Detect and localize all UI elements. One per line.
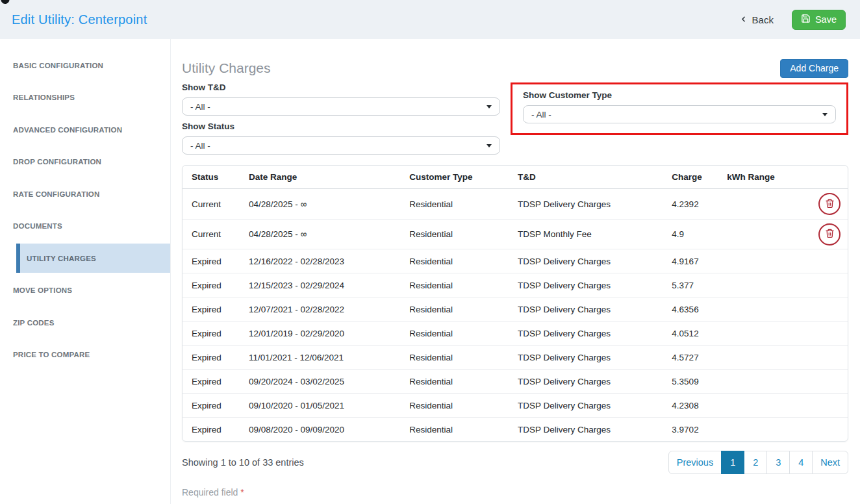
cell-status: Expired: [183, 297, 244, 321]
required-asterisk: *: [240, 487, 244, 498]
cell-actions: [800, 249, 848, 273]
cell-tand: TDSP Delivery Charges: [512, 345, 666, 369]
cell-kwh-range: [722, 249, 800, 273]
show-td-label: Show T&D: [182, 82, 500, 92]
trash-icon: [825, 228, 835, 240]
sidebar-item-rate-configuration[interactable]: RATE CONFIGURATION: [0, 178, 170, 210]
page-button-3[interactable]: 3: [766, 451, 790, 474]
column-header-kwh-range: kWh Range: [722, 166, 800, 189]
cell-actions: [800, 189, 848, 219]
cell-kwh-range: [722, 273, 800, 297]
page-button-4[interactable]: 4: [789, 451, 813, 474]
cell-date-range: 11/01/2021 - 12/06/2021: [244, 345, 404, 369]
cell-actions: [800, 297, 848, 321]
cell-actions: [800, 345, 848, 369]
cell-status: Expired: [183, 417, 244, 441]
table-row: Current04/28/2025 - ∞ResidentialTDSP Del…: [183, 189, 848, 219]
cell-date-range: 09/08/2020 - 09/09/2020: [244, 417, 404, 441]
show-status-label: Show Status: [182, 121, 500, 131]
cell-customer-type: Residential: [404, 189, 512, 219]
cell-charge: 4.9: [666, 219, 722, 249]
trash-icon: [825, 198, 835, 210]
sidebar-item-drop-configuration[interactable]: DROP CONFIGURATION: [0, 146, 170, 179]
cell-charge: 4.0512: [666, 321, 722, 345]
save-icon: [801, 14, 811, 25]
customer-type-highlight-box: Show Customer Type - All -: [511, 82, 848, 135]
show-td-selected-value: - All -: [190, 102, 210, 112]
caret-down-icon: [487, 105, 492, 108]
sidebar-item-basic-configuration[interactable]: BASIC CONFIGURATION: [0, 49, 170, 82]
page-button-2[interactable]: 2: [744, 451, 767, 474]
cell-tand: TDSP Delivery Charges: [512, 417, 666, 441]
required-field-text: Required field: [182, 487, 238, 498]
table-row: Expired11/01/2021 - 12/06/2021Residentia…: [183, 345, 848, 369]
table-row: Expired09/20/2024 - 03/02/2025Residentia…: [183, 369, 848, 393]
cell-tand: TDSP Monthly Fee: [512, 219, 666, 249]
sidebar-item-utility-charges[interactable]: UTILITY CHARGES: [16, 244, 170, 273]
section-title-row: Utility Charges Add Charge: [182, 58, 848, 78]
sidebar-item-advanced-configuration[interactable]: ADVANCED CONFIGURATION: [0, 114, 170, 146]
cell-tand: TDSP Delivery Charges: [512, 393, 666, 417]
sidebar-item-documents[interactable]: DOCUMENTS: [0, 210, 170, 243]
cell-actions: [800, 369, 848, 393]
add-charge-button[interactable]: Add Charge: [780, 59, 848, 78]
show-td-select[interactable]: - All -: [182, 97, 500, 116]
charges-table: StatusDate RangeCustomer TypeT&DChargekW…: [183, 166, 848, 441]
cell-customer-type: Residential: [404, 249, 512, 273]
previous-page-button[interactable]: Previous: [668, 451, 722, 474]
cell-customer-type: Residential: [404, 273, 512, 297]
next-page-button[interactable]: Next: [812, 451, 848, 474]
table-row: Expired09/08/2020 - 09/09/2020Residentia…: [183, 417, 848, 441]
show-customer-type-filter-group: Show Customer Type - All -: [523, 90, 836, 123]
cell-customer-type: Residential: [404, 219, 512, 249]
sidebar-item-price-to-compare[interactable]: PRICE TO COMPARE: [0, 339, 170, 372]
sidebar-item-move-options[interactable]: MOVE OPTIONS: [0, 275, 170, 307]
back-button[interactable]: Back: [735, 14, 778, 26]
cell-customer-type: Residential: [404, 393, 512, 417]
cell-actions: [800, 393, 848, 417]
chevron-left-icon: [739, 14, 748, 25]
delete-charge-button[interactable]: [818, 223, 841, 246]
cell-kwh-range: [722, 393, 800, 417]
sidebar-item-relationships[interactable]: RELATIONSHIPS: [0, 82, 170, 114]
cell-kwh-range: [722, 321, 800, 345]
cell-status: Expired: [183, 321, 244, 345]
table-body: Current04/28/2025 - ∞ResidentialTDSP Del…: [183, 189, 848, 441]
cell-tand: TDSP Delivery Charges: [512, 273, 666, 297]
table-row: Current04/28/2025 - ∞ResidentialTDSP Mon…: [183, 219, 848, 249]
cell-customer-type: Residential: [404, 297, 512, 321]
cell-tand: TDSP Delivery Charges: [512, 297, 666, 321]
cell-customer-type: Residential: [404, 345, 512, 369]
table-row: Expired09/10/2020 - 01/05/2021Residentia…: [183, 393, 848, 417]
show-status-selected-value: - All -: [190, 141, 210, 151]
save-label: Save: [815, 14, 837, 25]
page-button-1[interactable]: 1: [721, 451, 744, 474]
save-button[interactable]: Save: [792, 10, 846, 30]
delete-charge-button[interactable]: [818, 193, 841, 215]
show-status-select[interactable]: - All -: [182, 136, 500, 155]
cell-charge: 4.2308: [666, 393, 722, 417]
page-body: BASIC CONFIGURATIONRELATIONSHIPSADVANCED…: [0, 39, 860, 504]
column-header-t-d: T&D: [512, 166, 666, 189]
cell-tand: TDSP Delivery Charges: [512, 249, 666, 273]
table-footer-row: Showing 1 to 10 of 33 entries Previous 1…: [182, 451, 848, 474]
cell-date-range: 09/10/2020 - 01/05/2021: [244, 393, 404, 417]
column-header-actions: [800, 166, 848, 189]
caret-down-icon: [487, 144, 492, 147]
cell-kwh-range: [722, 369, 800, 393]
cell-customer-type: Residential: [404, 369, 512, 393]
cell-actions: [800, 273, 848, 297]
header-bar: Edit Utility: Centerpoint Back Save: [0, 0, 860, 39]
sidebar-item-zip-codes[interactable]: ZIP CODES: [0, 307, 170, 339]
cell-tand: TDSP Delivery Charges: [512, 369, 666, 393]
show-td-filter-group: Show T&D - All -: [182, 82, 500, 116]
cell-tand: TDSP Delivery Charges: [512, 189, 666, 219]
cell-status: Expired: [183, 345, 244, 369]
cell-actions: [800, 219, 848, 249]
showing-entries-text: Showing 1 to 10 of 33 entries: [182, 457, 304, 468]
cell-customer-type: Residential: [404, 321, 512, 345]
show-customer-type-select[interactable]: - All -: [523, 105, 836, 123]
column-header-status: Status: [183, 166, 244, 189]
cell-kwh-range: [722, 417, 800, 441]
column-header-date-range: Date Range: [244, 166, 404, 189]
